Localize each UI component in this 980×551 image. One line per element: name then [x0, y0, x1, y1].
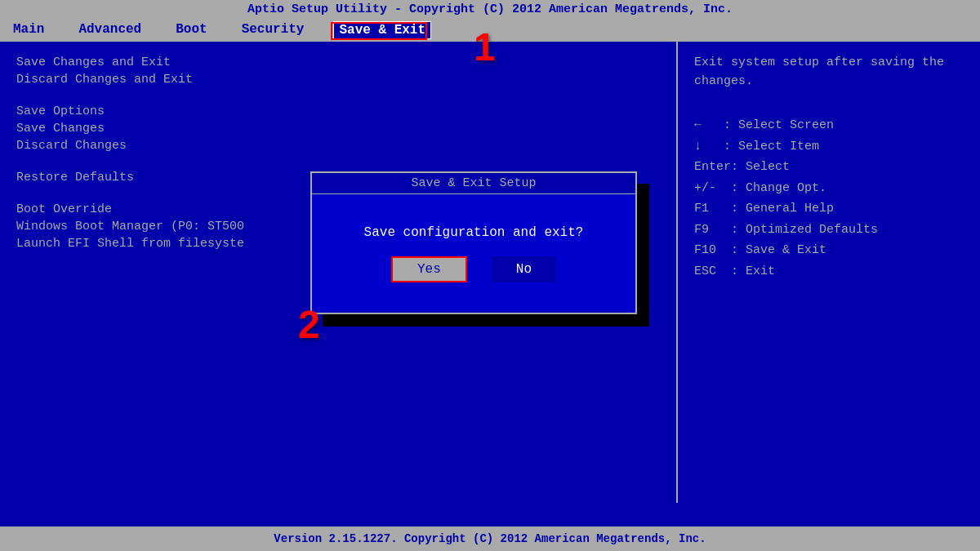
dialog-title-text: Save & Exit Setup [411, 176, 536, 190]
key-f1: F1 : General Help [694, 198, 964, 220]
option-save-changes[interactable]: Save Changes [16, 120, 660, 137]
menu-bar: Main Advanced Boot Security Save & Exit [0, 19, 980, 42]
title-text: Aptio Setup Utility - Copyright (C) 2012… [247, 2, 733, 16]
key-select-screen: ← : Select Screen [694, 115, 964, 136]
menu-item-boot[interactable]: Boot [171, 21, 212, 39]
dialog-content: Save configuration and exit? Yes No [312, 194, 635, 313]
menu-item-advanced[interactable]: Advanced [74, 21, 146, 39]
key-esc: ESC : Exit [694, 261, 964, 282]
dialog-no-button[interactable]: No [492, 256, 556, 282]
option-save-options-header: Save Options [16, 103, 660, 120]
dialog-buttons: Yes No [391, 256, 556, 282]
key-f9: F9 : Optimized Defaults [694, 220, 964, 241]
key-enter: Enter: Select [694, 157, 964, 178]
key-legend: ← : Select Screen ↓ : Select Item Enter:… [694, 115, 964, 282]
option-save-changes-exit[interactable]: Save Changes and Exit [16, 54, 660, 71]
dialog-title-bar: Save & Exit Setup [312, 173, 635, 194]
key-select-item: ↓ : Select Item [694, 136, 964, 158]
option-discard-changes-exit[interactable]: Discard Changes and Exit [16, 71, 660, 88]
menu-item-main[interactable]: Main [8, 21, 49, 39]
dialog-yes-button[interactable]: Yes [391, 256, 467, 282]
help-text: Exit system setup after saving the chang… [694, 54, 964, 91]
menu-item-save-exit[interactable]: Save & Exit [333, 21, 431, 39]
title-bar: Aptio Setup Utility - Copyright (C) 2012… [0, 0, 980, 19]
bottom-text: Version 2.15.1227. Copyright (C) 2012 Am… [274, 532, 706, 545]
option-discard-changes[interactable]: Discard Changes [16, 137, 660, 154]
key-f10: F10 : Save & Exit [694, 240, 964, 261]
bottom-bar: Version 2.15.1227. Copyright (C) 2012 Am… [0, 527, 980, 551]
right-panel: Exit system setup after saving the chang… [678, 42, 980, 503]
dialog-message: Save configuration and exit? [364, 225, 584, 240]
menu-item-security[interactable]: Security [237, 21, 310, 39]
key-change-opt: +/- : Change Opt. [694, 178, 964, 199]
dialog-box: Save & Exit Setup Save configuration and… [310, 171, 637, 314]
